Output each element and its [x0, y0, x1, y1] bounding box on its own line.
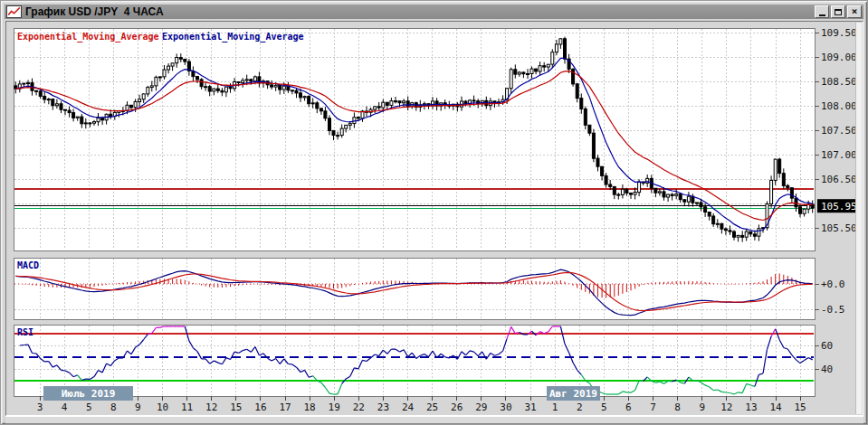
svg-text:8: 8	[674, 401, 681, 413]
svg-text:10: 10	[157, 401, 168, 413]
svg-text:26: 26	[451, 401, 463, 413]
svg-text:9: 9	[699, 401, 705, 413]
svg-text:Авг 2019: Авг 2019	[549, 388, 597, 400]
svg-text:106.50: 106.50	[821, 174, 857, 185]
svg-text:30: 30	[500, 401, 511, 413]
chart-client-area: 109.50109.00108.50108.00107.50107.00106.…	[5, 21, 863, 416]
svg-text:12: 12	[205, 401, 217, 413]
minimize-button[interactable]	[815, 5, 829, 18]
svg-text:-0.5: -0.5	[821, 304, 845, 316]
window-title: График USD /JPY 4 ЧАСА	[25, 5, 815, 19]
month-badge: Июль 2019	[43, 386, 133, 401]
svg-text:108.50: 108.50	[821, 76, 857, 88]
svg-text:6: 6	[625, 401, 632, 413]
svg-text:105.50: 105.50	[821, 222, 857, 234]
svg-text:13: 13	[745, 401, 757, 413]
svg-text:8: 8	[110, 401, 117, 413]
svg-text:Июль 2019: Июль 2019	[62, 388, 116, 400]
svg-text:23: 23	[377, 401, 389, 413]
close-icon: ×	[852, 7, 858, 16]
svg-text:40: 40	[821, 364, 833, 375]
svg-text:24: 24	[402, 401, 415, 413]
svg-text:17: 17	[279, 401, 291, 413]
title-bar[interactable]: График USD /JPY 4 ЧАСА ×	[5, 5, 863, 19]
svg-text:12: 12	[720, 401, 732, 413]
svg-text:5: 5	[86, 401, 92, 413]
svg-text:9: 9	[135, 401, 141, 413]
svg-text:11: 11	[181, 401, 193, 413]
svg-text:105.95: 105.95	[821, 201, 857, 212]
svg-text:4: 4	[62, 401, 68, 413]
chart-window: График USD /JPY 4 ЧАСА × 109.50109.00108…	[0, 0, 868, 425]
svg-text:29: 29	[475, 401, 487, 413]
rsi-panel-label: RSI	[17, 327, 33, 337]
svg-text:+0.0: +0.0	[821, 279, 845, 290]
ema-slow-legend-label: Exponential_Moving_Average	[162, 32, 304, 42]
svg-text:5: 5	[601, 401, 607, 413]
vertical-scrollbar[interactable]	[855, 23, 862, 414]
month-badge: Авг 2019	[547, 386, 600, 401]
svg-text:31: 31	[524, 401, 536, 413]
ema-fast-legend-label: Exponential_Moving_Average	[17, 32, 159, 42]
horizontal-scrollbar[interactable]	[5, 416, 863, 424]
svg-text:18: 18	[303, 401, 315, 413]
minimize-icon	[819, 14, 825, 16]
macd-panel-label: MACD	[17, 260, 39, 270]
window-controls: ×	[815, 5, 862, 18]
svg-text:25: 25	[426, 401, 438, 413]
close-button[interactable]: ×	[847, 5, 862, 18]
svg-text:14: 14	[769, 401, 782, 413]
maximize-button[interactable]	[831, 5, 845, 18]
svg-text:15: 15	[794, 401, 806, 413]
svg-text:1: 1	[552, 401, 558, 413]
svg-text:3: 3	[37, 401, 43, 413]
svg-text:19: 19	[329, 401, 340, 413]
svg-text:2: 2	[577, 401, 583, 413]
svg-text:7: 7	[650, 401, 656, 413]
svg-text:109.50: 109.50	[821, 27, 857, 39]
svg-text:60: 60	[821, 340, 833, 352]
svg-text:15: 15	[230, 401, 242, 413]
svg-text:107.00: 107.00	[821, 149, 857, 161]
maximize-icon	[835, 9, 842, 15]
rsi-panel	[14, 325, 815, 396]
time-axis: 3458910111215161718192223242526293031125…	[37, 396, 806, 413]
main-price-panel	[14, 28, 815, 250]
svg-text:109.00: 109.00	[821, 52, 857, 63]
svg-text:108.00: 108.00	[821, 100, 857, 112]
svg-text:107.50: 107.50	[821, 125, 857, 137]
svg-text:16: 16	[254, 401, 266, 413]
chart-app-icon	[6, 5, 22, 18]
svg-text:22: 22	[353, 401, 365, 413]
